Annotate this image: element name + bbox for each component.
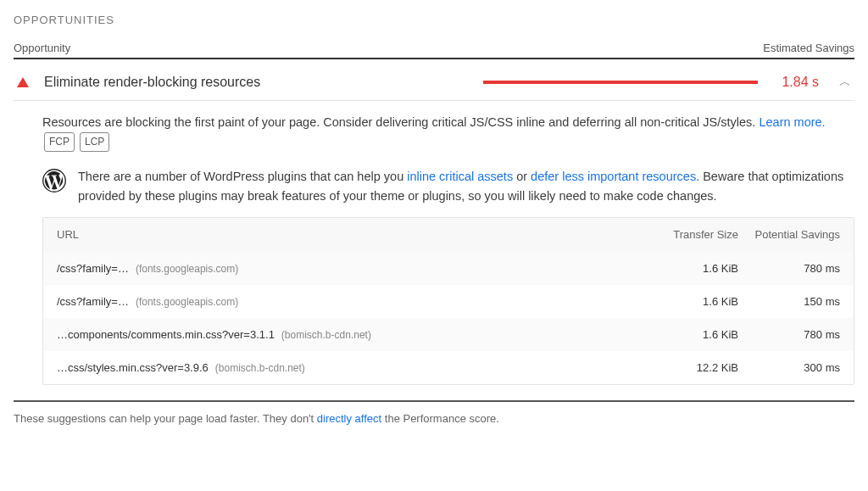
cell-url: /css?family=…(fonts.googleapis.com) [57,262,603,275]
audit-title: Eliminate render-blocking resources [44,75,260,90]
audit-header[interactable]: Eliminate render-blocking resources 1.84… [14,64,854,100]
savings-value: 1.84 s [782,75,819,90]
column-headers: Opportunity Estimated Savings [14,42,854,54]
url-origin: (fonts.googleapis.com) [136,296,238,308]
resources-table: URL Transfer Size Potential Savings /css… [42,217,854,385]
cell-savings: 780 ms [738,262,840,275]
th-savings: Potential Savings [738,228,840,242]
chevron-up-icon[interactable]: ︿ [836,71,854,93]
wordpress-icon [42,169,66,195]
cell-size: 12.2 KiB [603,361,738,374]
divider-bold [14,58,854,59]
url-origin: (bomisch.b-cdn.net) [281,329,371,341]
footer-note: These suggestions can help your page loa… [14,412,854,425]
savings-bar [483,81,763,84]
cell-size: 1.6 KiB [603,295,738,308]
section-title: OPPORTUNITIES [14,14,854,26]
audit-description: Resources are blocking the first paint o… [42,113,854,152]
url-path: /css?family=… [57,295,129,308]
cell-url: …css/styles.min.css?ver=3.9.6(bomisch.b-… [57,361,603,374]
audit-body: Resources are blocking the first paint o… [14,101,854,385]
directly-affect-link[interactable]: directly affect [317,412,381,425]
col-opportunity: Opportunity [14,42,70,54]
url-origin: (bomisch.b-cdn.net) [215,362,305,374]
cell-savings: 300 ms [738,361,840,374]
cell-savings: 780 ms [738,328,840,341]
table-row: …css/styles.min.css?ver=3.9.6(bomisch.b-… [43,351,854,384]
wordpress-tip: There are a number of WordPress plugins … [42,167,854,205]
cell-url: /css?family=…(fonts.googleapis.com) [57,295,603,308]
inline-critical-link[interactable]: inline critical assets [407,170,513,183]
savings-bar-fill [483,81,757,84]
footer-pre: These suggestions can help your page loa… [14,412,317,425]
badge-lcp: LCP [80,132,109,152]
table-row: /css?family=…(fonts.googleapis.com)1.6 K… [43,285,854,318]
footer-post: the Performance score. [381,412,499,425]
col-est-savings: Estimated Savings [763,42,854,54]
url-path: …css/styles.min.css?ver=3.9.6 [57,361,209,374]
cell-size: 1.6 KiB [603,328,738,341]
th-url-label: URL [57,228,79,241]
table-row: …components/comments.min.css?ver=3.1.1(b… [43,318,854,351]
th-size: Transfer Size [603,228,738,241]
cell-size: 1.6 KiB [603,262,738,275]
tip-or: or [513,170,531,183]
url-path: …components/comments.min.css?ver=3.1.1 [57,328,275,341]
tip-pre: There are a number of WordPress plugins … [78,170,407,183]
defer-resources-link[interactable]: defer less important resources [531,170,696,183]
cell-savings: 150 ms [738,295,840,308]
wordpress-tip-text: There are a number of WordPress plugins … [78,167,854,205]
table-row: /css?family=…(fonts.googleapis.com)1.6 K… [43,252,854,285]
learn-more-link[interactable]: Learn more. [759,115,825,129]
desc-text: Resources are blocking the first paint o… [42,115,759,129]
th-url: URL [57,228,603,241]
triangle-warning-icon [17,77,29,87]
url-origin: (fonts.googleapis.com) [136,263,238,275]
table-header-row: URL Transfer Size Potential Savings [43,218,854,252]
th-savings-label: Potential Savings [755,228,840,241]
divider-footer [14,400,854,402]
cell-url: …components/comments.min.css?ver=3.1.1(b… [57,328,603,341]
url-path: /css?family=… [57,262,129,275]
badge-fcp: FCP [44,132,75,152]
